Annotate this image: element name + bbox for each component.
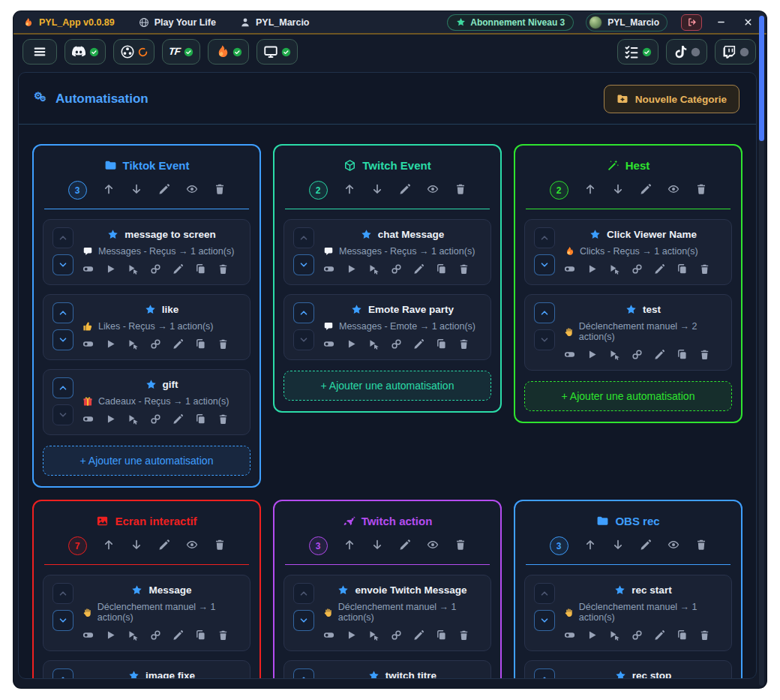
move-category-down-button[interactable]	[371, 183, 383, 197]
move-item-up-button[interactable]	[534, 227, 555, 248]
edit-button[interactable]	[413, 263, 424, 277]
play-button[interactable]	[105, 413, 116, 427]
duplicate-button[interactable]	[676, 263, 688, 277]
link-button[interactable]	[150, 629, 161, 643]
new-category-button[interactable]: Nouvelle Catégorie	[604, 85, 740, 113]
move-item-up-button[interactable]	[293, 583, 314, 604]
duplicate-button[interactable]	[195, 263, 206, 277]
delete-button[interactable]	[699, 263, 710, 277]
link-button[interactable]	[391, 629, 402, 643]
category-visibility-button[interactable]	[186, 183, 198, 197]
move-item-up-button[interactable]	[293, 227, 314, 248]
edit-category-button[interactable]	[158, 539, 170, 553]
duplicate-button[interactable]	[436, 629, 447, 643]
duplicate-button[interactable]	[195, 413, 206, 427]
delete-button[interactable]	[458, 629, 470, 643]
move-category-down-button[interactable]	[130, 183, 142, 197]
move-item-down-button[interactable]	[534, 610, 555, 631]
test-play-button[interactable]	[609, 629, 620, 643]
move-item-up-button[interactable]	[293, 668, 314, 678]
move-category-down-button[interactable]	[612, 183, 624, 197]
category-visibility-button[interactable]	[427, 539, 439, 553]
play-button[interactable]	[586, 349, 598, 362]
edit-button[interactable]	[654, 263, 665, 277]
add-automation-button[interactable]: + Ajouter une automatisation	[43, 446, 250, 476]
edit-button[interactable]	[172, 413, 184, 427]
category-visibility-button[interactable]	[427, 183, 439, 197]
edit-category-button[interactable]	[640, 539, 652, 553]
link-button[interactable]	[150, 263, 161, 277]
streamlabs-button[interactable]	[208, 39, 249, 65]
test-play-button[interactable]	[128, 413, 139, 427]
delete-category-button[interactable]	[454, 539, 466, 553]
move-category-up-button[interactable]	[344, 183, 356, 197]
edit-button[interactable]	[172, 263, 184, 277]
edit-button[interactable]	[172, 629, 184, 643]
test-play-button[interactable]	[128, 263, 139, 277]
discord-button[interactable]	[64, 39, 106, 65]
move-category-up-button[interactable]	[103, 539, 115, 553]
delete-button[interactable]	[218, 413, 229, 427]
display-button[interactable]	[256, 39, 298, 65]
duplicate-button[interactable]	[676, 629, 688, 643]
logout-button[interactable]	[681, 14, 702, 31]
test-play-button[interactable]	[609, 349, 620, 362]
category-visibility-button[interactable]	[186, 539, 198, 553]
delete-button[interactable]	[699, 349, 710, 362]
move-category-up-button[interactable]	[584, 539, 596, 553]
link-button[interactable]	[391, 263, 402, 277]
edit-button[interactable]	[654, 349, 665, 362]
toggle-button[interactable]	[564, 629, 575, 643]
delete-category-button[interactable]	[695, 183, 707, 197]
delete-button[interactable]	[458, 338, 470, 352]
delete-button[interactable]	[458, 263, 470, 277]
edit-category-button[interactable]	[158, 183, 170, 197]
delete-category-button[interactable]	[214, 539, 226, 553]
play-button[interactable]	[346, 338, 357, 352]
edit-category-button[interactable]	[640, 183, 652, 197]
duplicate-button[interactable]	[676, 349, 688, 362]
move-category-up-button[interactable]	[103, 183, 115, 197]
move-item-up-button[interactable]	[52, 668, 74, 678]
menu-button[interactable]	[22, 39, 57, 65]
move-item-down-button[interactable]	[52, 329, 74, 350]
toggle-button[interactable]	[323, 263, 334, 277]
edit-button[interactable]	[654, 629, 665, 643]
checklist-button[interactable]	[617, 39, 658, 65]
move-item-down-button[interactable]	[52, 254, 74, 275]
move-category-up-button[interactable]	[344, 539, 356, 553]
delete-button[interactable]	[218, 263, 229, 277]
move-item-up-button[interactable]	[534, 583, 555, 604]
move-category-down-button[interactable]	[130, 539, 142, 553]
move-category-down-button[interactable]	[371, 539, 383, 553]
play-button[interactable]	[586, 263, 598, 277]
delete-button[interactable]	[218, 338, 229, 352]
obs-button[interactable]	[113, 39, 154, 65]
delete-button[interactable]	[218, 629, 229, 643]
delete-category-button[interactable]	[695, 539, 707, 553]
move-item-down-button[interactable]	[293, 254, 314, 275]
move-item-down-button[interactable]	[293, 329, 314, 350]
move-item-down-button[interactable]	[293, 610, 314, 631]
duplicate-button[interactable]	[195, 629, 206, 643]
link-button[interactable]	[632, 629, 643, 643]
test-play-button[interactable]	[609, 263, 620, 277]
toggle-button[interactable]	[82, 263, 94, 277]
duplicate-button[interactable]	[436, 338, 447, 352]
move-item-up-button[interactable]	[52, 302, 74, 323]
move-item-up-button[interactable]	[52, 227, 74, 248]
play-button[interactable]	[346, 629, 357, 643]
edit-category-button[interactable]	[399, 539, 411, 553]
move-item-down-button[interactable]	[52, 610, 74, 631]
scrollbar-track[interactable]	[759, 14, 764, 686]
link-button[interactable]	[150, 413, 161, 427]
add-automation-button[interactable]: + Ajouter une automatisation	[284, 371, 491, 401]
toggle-button[interactable]	[564, 349, 575, 362]
test-play-button[interactable]	[128, 338, 139, 352]
link-button[interactable]	[150, 338, 161, 352]
move-item-down-button[interactable]	[534, 254, 555, 275]
test-play-button[interactable]	[128, 629, 139, 643]
toggle-button[interactable]	[564, 263, 575, 277]
category-visibility-button[interactable]	[668, 539, 680, 553]
play-button[interactable]	[105, 263, 116, 277]
